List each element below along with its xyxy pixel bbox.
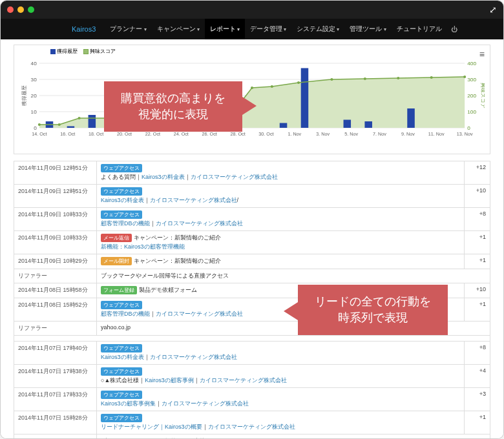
activity-link[interactable]: カイロスマーケティング株式会社 bbox=[150, 197, 237, 203]
svg-rect-29 bbox=[301, 68, 309, 128]
svg-point-48 bbox=[364, 77, 366, 80]
activity-row: 2014年11月09日 10時29分メール開封 キャンペーン：新製情報のご紹介+… bbox=[14, 254, 490, 269]
tag-web: ウェブアクセス bbox=[101, 210, 142, 219]
svg-rect-32 bbox=[364, 121, 372, 128]
activity-link[interactable]: 顧客管理DBの機能 bbox=[101, 311, 150, 317]
activity-row: 2014年11月07日 17時40分ウェブアクセス Kairos3の料金表｜カイ… bbox=[14, 342, 490, 365]
svg-point-51 bbox=[463, 76, 466, 78]
activity-link[interactable]: 顧客管理DBの機能 bbox=[101, 220, 150, 227]
tag-web: ウェブアクセス bbox=[101, 414, 142, 422]
svg-text:16. Oct: 16. Oct bbox=[60, 132, 75, 137]
svg-text:獲得履歴: 獲得履歴 bbox=[21, 85, 27, 106]
callout-chart: 購買意欲の高まりを視覚的に表現 bbox=[104, 81, 242, 132]
window-titlebar: ⤢ bbox=[1, 1, 503, 19]
svg-rect-31 bbox=[344, 120, 352, 128]
svg-point-46 bbox=[297, 81, 300, 84]
svg-text:100: 100 bbox=[467, 109, 476, 115]
svg-text:200: 200 bbox=[467, 93, 476, 99]
nav-tutorial[interactable]: チュートリアル bbox=[392, 19, 447, 39]
svg-point-50 bbox=[430, 76, 433, 79]
tag-web: ウェブアクセス bbox=[101, 344, 142, 352]
power-icon[interactable]: ⏻ bbox=[451, 26, 457, 33]
activity-row: 2014年11月07日 15時28分ウェブアクセス リードナーチャリング｜Kai… bbox=[14, 411, 490, 434]
activity-row: 2014年11月07日 17時38分ウェブアクセス ○▲株式会社様｜Kairos… bbox=[14, 365, 490, 388]
activity-link[interactable]: 新機能：Kairos3の顧客管理機能 bbox=[101, 243, 185, 250]
zoom-icon[interactable] bbox=[28, 6, 34, 13]
svg-point-39 bbox=[78, 117, 81, 119]
svg-point-38 bbox=[58, 123, 61, 126]
svg-text:9. Nov: 9. Nov bbox=[401, 132, 415, 137]
svg-point-37 bbox=[38, 123, 41, 126]
svg-text:300: 300 bbox=[467, 77, 476, 83]
svg-text:14. Oct: 14. Oct bbox=[32, 132, 47, 137]
svg-text:1. Nov: 1. Nov bbox=[288, 132, 301, 137]
svg-rect-28 bbox=[280, 123, 288, 128]
referrer-row: リファラーブックマークやメール回帰等による直接アクセス bbox=[14, 269, 490, 283]
activity-row: 2014年11月09日 12時51分ウェブアクセス よくある質問｜Kairos3… bbox=[14, 161, 490, 185]
svg-text:30. Oct: 30. Oct bbox=[258, 132, 273, 137]
svg-text:興味スコア: 興味スコア bbox=[480, 83, 485, 108]
callout-timeline: リードの全ての行動を時系列で表現 bbox=[298, 285, 448, 335]
nav-campaign[interactable]: キャンペーン bbox=[152, 19, 205, 39]
svg-text:24. Oct: 24. Oct bbox=[174, 132, 189, 137]
expand-icon[interactable]: ⤢ bbox=[489, 5, 497, 15]
svg-rect-19 bbox=[89, 115, 96, 128]
svg-text:40: 40 bbox=[31, 61, 37, 66]
activity-row: 2014年11月07日 17時33分ウェブアクセス Kairos3の顧客事例集｜… bbox=[14, 388, 490, 411]
svg-rect-18 bbox=[67, 127, 75, 128]
svg-text:13. Nov: 13. Nov bbox=[457, 132, 473, 137]
activity-link[interactable]: リードナーチャリング｜Kairos3の概要 bbox=[101, 424, 202, 430]
svg-point-44 bbox=[251, 87, 253, 89]
tag-mail_open: メール開封 bbox=[101, 257, 132, 265]
chart-menu-icon[interactable]: ≡ bbox=[479, 49, 485, 59]
svg-point-45 bbox=[271, 85, 273, 88]
svg-text:30: 30 bbox=[31, 77, 37, 83]
activity-link[interactable]: カイロスマーケティング株式会社 bbox=[156, 311, 243, 317]
activity-link[interactable]: Kairos3の料金表 bbox=[101, 197, 144, 203]
activity-link[interactable]: Kairos3の料金表 bbox=[101, 354, 144, 360]
svg-text:11. Nov: 11. Nov bbox=[428, 132, 445, 137]
tag-web: ウェブアクセス bbox=[101, 301, 142, 309]
svg-text:0: 0 bbox=[34, 125, 37, 131]
activity-link[interactable]: Kairos3の顧客事例集 bbox=[101, 400, 156, 407]
close-icon[interactable] bbox=[7, 6, 14, 13]
chart-legend: 獲得履歴 興味スコア bbox=[50, 48, 116, 55]
minimize-icon[interactable] bbox=[17, 6, 24, 13]
nav-data[interactable]: データ管理 bbox=[245, 19, 291, 39]
svg-text:22. Oct: 22. Oct bbox=[145, 132, 160, 137]
nav-report[interactable]: レポート bbox=[205, 19, 245, 39]
tag-form: フォーム登録 bbox=[101, 286, 137, 294]
svg-text:20: 20 bbox=[31, 93, 37, 99]
activity-link[interactable]: カイロスマーケティング株式会社 bbox=[150, 354, 237, 360]
main-nav: Kairos3 プランナー キャンペーン レポート データ管理 システム設定 管… bbox=[1, 19, 503, 39]
svg-text:0: 0 bbox=[467, 125, 470, 131]
svg-point-47 bbox=[330, 78, 333, 81]
tag-web: ウェブアクセス bbox=[101, 187, 142, 196]
svg-text:7. Nov: 7. Nov bbox=[373, 132, 386, 137]
svg-rect-34 bbox=[407, 108, 415, 128]
activity-link[interactable]: Kairos3の顧客事例 bbox=[145, 377, 194, 383]
activity-link[interactable]: カイロスマーケティング株式会社 bbox=[200, 377, 287, 383]
tag-web: ウェブアクセス bbox=[101, 367, 142, 376]
activity-row: 2014年11月09日 12時51分ウェブアクセス Kairos3の料金表｜カイ… bbox=[14, 185, 490, 208]
svg-text:20. Oct: 20. Oct bbox=[117, 132, 132, 137]
tag-web: ウェブアクセス bbox=[101, 164, 142, 172]
activity-link[interactable]: Kairos3の料金表 bbox=[142, 174, 185, 180]
svg-text:18. Oct: 18. Oct bbox=[89, 132, 103, 137]
referrer-row: リファラーブックマークやメール回帰等による直接アクセス bbox=[14, 434, 490, 440]
svg-text:10: 10 bbox=[31, 109, 37, 115]
activity-link[interactable]: カイロスマーケティング株式会社 bbox=[191, 174, 278, 180]
activity-link[interactable]: カイロスマーケティング株式会社 bbox=[162, 400, 249, 407]
svg-text:3. Nov: 3. Nov bbox=[316, 132, 330, 137]
brand-logo[interactable]: Kairos3 bbox=[72, 25, 96, 33]
activity-link[interactable]: カイロスマーケティング株式会社 bbox=[156, 220, 243, 227]
svg-point-49 bbox=[397, 77, 399, 79]
tag-mail_reply: メール返信 bbox=[101, 234, 132, 242]
tag-web: ウェブアクセス bbox=[101, 391, 142, 399]
activity-row: 2014年11月09日 10時33分メール返信 キャンペーン：新製情報のご紹介新… bbox=[14, 231, 490, 254]
nav-admin[interactable]: 管理ツール bbox=[344, 19, 391, 39]
nav-system[interactable]: システム設定 bbox=[291, 19, 344, 39]
activity-row: 2014年11月09日 10時33分ウェブアクセス 顧客管理DBの機能｜カイロス… bbox=[14, 208, 490, 231]
activity-link[interactable]: カイロスマーケティング株式会社 bbox=[208, 424, 295, 430]
nav-planner[interactable]: プランナー bbox=[105, 19, 151, 39]
